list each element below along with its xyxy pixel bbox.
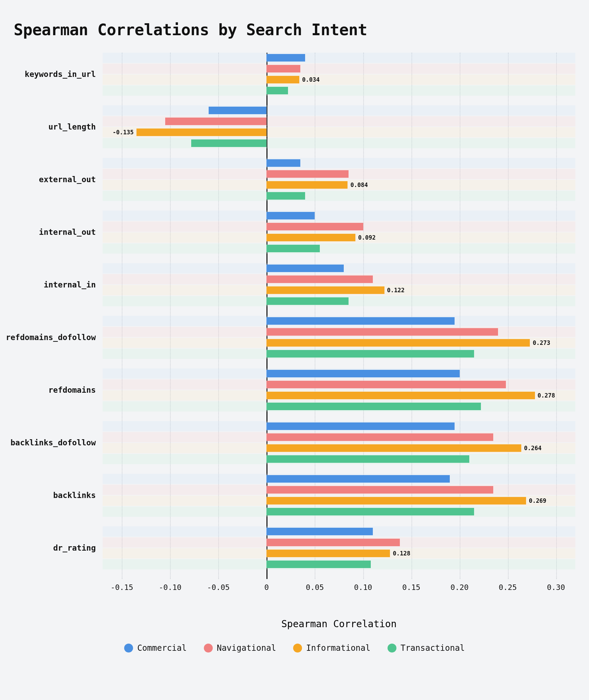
bars-region: 0.034-0.1350.0840.0920.1220.2730.2780.26… — [103, 53, 575, 579]
category-label: backlinks — [14, 474, 103, 517]
x-tick: 0.05 — [306, 583, 324, 592]
bar-group: 0.128 — [103, 526, 575, 579]
bar — [266, 486, 493, 494]
bar-row — [103, 105, 575, 116]
bar — [266, 159, 300, 167]
value-label: 0.273 — [533, 339, 550, 346]
x-tick: -0.15 — [110, 583, 133, 592]
value-label: 0.128 — [393, 550, 410, 557]
bar — [266, 297, 349, 305]
bar-group: 0.273 — [103, 316, 575, 368]
bar — [266, 286, 384, 294]
legend-label: Informational — [306, 643, 370, 653]
bar-row — [103, 432, 575, 442]
category-label: url_length — [14, 105, 103, 149]
bar-row — [103, 263, 575, 273]
bar-row — [103, 221, 575, 232]
bar-group: 0.092 — [103, 211, 575, 263]
legend-item: Informational — [293, 643, 370, 653]
bar-row — [103, 53, 575, 63]
y-axis-labels: keywords_in_urlurl_lengthexternal_outint… — [14, 53, 103, 579]
bar-row — [103, 85, 575, 96]
group-gap — [103, 412, 575, 421]
x-tick: 0.20 — [450, 583, 469, 592]
row-background — [103, 75, 575, 85]
bar-row: 0.269 — [103, 496, 575, 506]
bar — [266, 561, 371, 568]
bar-row — [103, 316, 575, 326]
bar — [266, 455, 469, 463]
bar — [266, 54, 305, 62]
bar — [266, 212, 315, 219]
bar — [266, 245, 319, 252]
bar-row — [103, 474, 575, 484]
x-tick: 0.15 — [402, 583, 420, 592]
value-label: 0.269 — [529, 497, 546, 504]
bar-row: 0.084 — [103, 180, 575, 190]
row-background — [103, 53, 575, 63]
category-label: refdomains_dofollow — [14, 316, 103, 360]
bar — [266, 76, 299, 83]
value-label: -0.135 — [113, 129, 133, 136]
bar-group: -0.135 — [103, 105, 575, 158]
bar-row: -0.135 — [103, 127, 575, 137]
legend-item: Transactional — [388, 643, 465, 653]
bar — [266, 550, 390, 557]
legend-item: Navigational — [204, 643, 276, 653]
bar — [266, 265, 344, 272]
row-background — [103, 158, 575, 168]
bar-group: 0.269 — [103, 474, 575, 526]
value-label: 0.122 — [387, 287, 405, 294]
bar — [266, 508, 474, 515]
bar — [266, 381, 506, 388]
category-label: refdomains — [14, 368, 103, 412]
plot-area: keywords_in_urlurl_lengthexternal_outint… — [14, 53, 575, 579]
bar — [266, 234, 355, 241]
bar — [266, 444, 521, 452]
bar — [266, 350, 474, 358]
legend: CommercialNavigationalInformationalTrans… — [14, 643, 575, 653]
value-label: 0.034 — [302, 76, 319, 83]
row-background — [103, 243, 575, 254]
bar-row — [103, 507, 575, 517]
bar-row: 0.092 — [103, 232, 575, 243]
bar-row — [103, 116, 575, 126]
group-gap — [103, 570, 575, 579]
bar-row — [103, 191, 575, 201]
bar-row — [103, 485, 575, 495]
bar-row: 0.122 — [103, 285, 575, 295]
bar-row: 0.273 — [103, 338, 575, 348]
bar-row — [103, 169, 575, 179]
bar-group: 0.278 — [103, 368, 575, 421]
bar-group: 0.034 — [103, 53, 575, 105]
row-background — [103, 211, 575, 221]
bar-row — [103, 368, 575, 379]
bar-row — [103, 379, 575, 390]
value-label: 0.264 — [524, 445, 541, 452]
bar — [209, 107, 266, 114]
bar — [266, 192, 305, 200]
bar — [266, 370, 459, 377]
bar — [266, 275, 372, 283]
bar — [266, 181, 348, 189]
bar-row: 0.128 — [103, 548, 575, 558]
group-gap — [103, 307, 575, 316]
x-tick: 0.25 — [499, 583, 517, 592]
bar-row — [103, 138, 575, 148]
x-axis: -0.15-0.10-0.0500.050.100.150.200.250.30 — [103, 579, 575, 600]
x-tick: 0 — [264, 583, 269, 592]
bar-row — [103, 349, 575, 359]
value-label: 0.092 — [358, 234, 376, 241]
bar — [266, 497, 526, 504]
bar — [266, 87, 288, 94]
bar-row: 0.278 — [103, 390, 575, 401]
legend-swatch — [388, 644, 396, 652]
bar-row — [103, 64, 575, 74]
bar — [266, 65, 300, 72]
group-gap — [103, 149, 575, 158]
row-background — [103, 138, 575, 148]
legend-item: Commercial — [124, 643, 187, 653]
legend-swatch — [124, 644, 133, 652]
legend-label: Navigational — [217, 643, 276, 653]
value-label: 0.278 — [538, 392, 555, 399]
